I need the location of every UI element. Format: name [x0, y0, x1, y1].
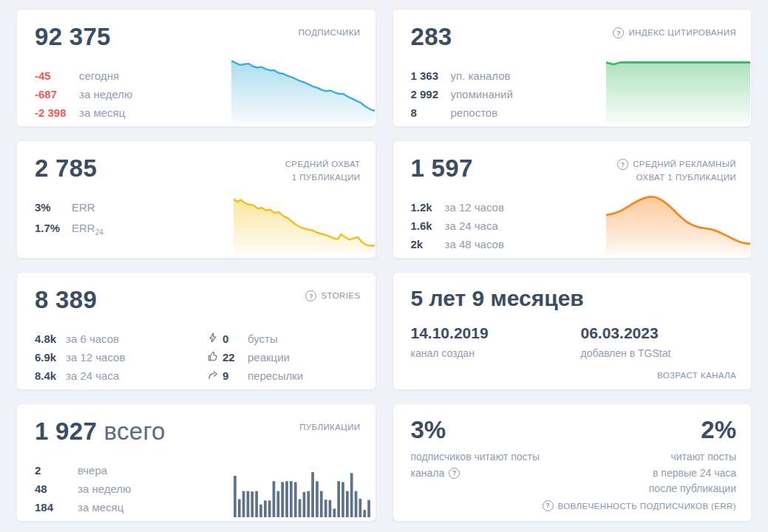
like-icon: [208, 351, 222, 361]
stat-label: ERR24: [72, 222, 103, 236]
stat-value: 8: [411, 106, 451, 119]
help-icon[interactable]: ?: [543, 500, 554, 511]
stat-value: 2 992: [411, 88, 451, 100]
stat-value: 2: [35, 464, 78, 477]
card-channel-age: 5 лет 9 месяцев 14.10.2019 канал создан …: [393, 272, 752, 390]
subscribers-count: 92 375: [35, 23, 111, 51]
stat-row: -45 сегодня: [35, 69, 132, 82]
err-subscribers-value: 3%: [411, 416, 540, 444]
forward-icon: [208, 369, 222, 380]
card-title-label: 1 ПУБЛИКАЦИИ: [292, 171, 361, 185]
channel-created-date: 14.10.2019: [411, 324, 489, 342]
card-average-reach: 2 785 СРЕДНИЙ ОХВАТ 1 ПУБЛИКАЦИИ 3% ERR …: [16, 140, 376, 259]
publications-total-suffix: всего: [104, 417, 166, 445]
publications-bar-chart: [233, 470, 371, 517]
stat-value: -2 398: [35, 106, 79, 119]
card-title-average-reach: СРЕДНИЙ ОХВАТ 1 ПУБЛИКАЦИИ: [285, 158, 361, 185]
err-subscribers-text: подписчиков читают посты канала ?: [411, 449, 540, 481]
stat-row: -2 398 за месяц: [35, 106, 132, 119]
average-reach-stats: 3% ERR 1.7% ERR24: [35, 201, 103, 236]
stat-label: за 48 часов: [445, 238, 504, 250]
help-icon[interactable]: ?: [449, 468, 460, 479]
stat-value: 0: [222, 332, 248, 345]
stat-label: сегодня: [79, 69, 119, 82]
stat-row: -687 за неделю: [35, 88, 132, 100]
citation-stats: 1 363 уп. каналов 2 992 упоминаний 8 реп…: [411, 69, 513, 119]
stat-value: 1.2k: [411, 201, 445, 214]
stat-row: 184 за месяц: [35, 501, 131, 514]
stat-value: 4.8k: [35, 332, 66, 345]
stat-value: 9: [222, 369, 248, 382]
channel-added-date: 06.03.2023: [581, 324, 671, 342]
stat-label: за 24 часа: [445, 219, 498, 232]
card-footer-err: ? ВОВЛЕЧЕННОСТЬ ПОДПИСЧИКОВ (ERR): [543, 500, 736, 511]
stories-stats: 4.8k за 6 часов 6.9k за 12 часов 8.4k за…: [35, 332, 125, 382]
stat-row: 48 за неделю: [35, 482, 131, 495]
stat-value: 1 363: [411, 69, 451, 82]
stat-row: 2 992 упоминаний: [411, 88, 513, 100]
stat-row: 1 363 уп. каналов: [411, 69, 513, 82]
average-ad-reach-value: 1 597: [411, 154, 473, 183]
err-subscribers-block: 3% подписчиков читают посты канала ?: [411, 416, 540, 481]
stat-value: 2k: [411, 238, 445, 250]
stat-row: 1.6k за 24 часа: [411, 219, 504, 232]
card-stories: 8 389 ? STORIES 4.8k за 6 часов 6.9k за …: [16, 272, 376, 390]
channel-created-block: 14.10.2019 канал создан: [411, 324, 489, 359]
stat-label: за 12 часов: [445, 201, 504, 214]
stat-row: 22 реакции: [208, 351, 303, 364]
stat-row: 3% ERR: [35, 201, 103, 216]
help-icon[interactable]: ?: [617, 159, 628, 170]
stat-row: 8.4k за 24 часа: [35, 369, 125, 382]
card-subscribers: 92 375 ПОДПИСЧИКИ -45 сегодня -687 за не…: [16, 9, 376, 127]
average-ad-reach-sparkline-chart: [606, 185, 750, 255]
card-publications: 1 927 всего ПУБЛИКАЦИИ 2 вчера 48 за нед…: [16, 403, 376, 522]
stat-label: вчера: [78, 464, 107, 477]
card-average-ad-reach: 1 597 ? СРЕДНИЙ РЕКЛАМНЫЙ ОХВАТ 1 ПУБЛИК…: [393, 140, 752, 259]
card-title-average-ad-reach: ? СРЕДНИЙ РЕКЛАМНЫЙ ОХВАТ 1 ПУБЛИКАЦИИ: [617, 158, 736, 185]
err-24h-block: 2% читают посты в первые 24 часа после п…: [649, 416, 736, 497]
stat-row: 1.7% ERR24: [35, 222, 103, 236]
card-title-label: ИНДЕКС ЦИТИРОВАНИЯ: [628, 27, 736, 40]
stat-value: 184: [35, 501, 78, 514]
stat-label: за неделю: [79, 88, 132, 100]
card-title-stories: ? STORIES: [305, 290, 360, 303]
stat-value: 1.7%: [35, 222, 72, 234]
stat-row: 4.8k за 6 часов: [35, 332, 125, 345]
stat-value: 8.4k: [35, 369, 66, 382]
publications-total: 1 927 всего: [35, 417, 166, 446]
stories-engagement-stats: 0 бусты 22 реакции 9 пересылки: [208, 332, 303, 382]
channel-added-block: 06.03.2023 добавлен в TGStat: [581, 324, 671, 359]
card-title-subscribers: ПОДПИСЧИКИ: [298, 27, 360, 40]
help-icon[interactable]: ?: [613, 27, 624, 38]
stat-label: репостов: [451, 106, 498, 119]
err-footer-label: ВОВЛЕЧЕННОСТЬ ПОДПИСЧИКОВ (ERR): [558, 502, 736, 511]
stat-value: -687: [35, 88, 79, 100]
stat-label: упоминаний: [451, 88, 513, 100]
channel-added-label: добавлен в TGStat: [581, 347, 671, 359]
card-title-label: СРЕДНИЙ ОХВАТ: [285, 158, 361, 171]
stat-label: за месяц: [79, 106, 125, 119]
stat-label: за неделю: [78, 482, 131, 495]
stat-label: реакции: [248, 351, 290, 364]
card-citation-index: 283 ? ИНДЕКС ЦИТИРОВАНИЯ 1 363 уп. канал…: [393, 9, 752, 127]
stat-label: за 24 часа: [66, 369, 119, 382]
stat-label: за 6 часов: [66, 332, 119, 345]
citation-index-value: 283: [411, 23, 452, 51]
channel-created-label: канал создан: [411, 347, 489, 359]
card-err: 3% подписчиков читают посты канала ? 2% …: [393, 403, 752, 522]
stat-row: 6.9k за 12 часов: [35, 351, 125, 364]
card-title-label: STORIES: [321, 290, 360, 303]
help-icon[interactable]: ?: [305, 290, 316, 301]
stat-value: -45: [35, 69, 79, 82]
publications-stats: 2 вчера 48 за неделю 184 за месяц: [35, 464, 131, 514]
card-footer-channel-age: ВОЗРАСТ КАНАЛА: [657, 371, 736, 380]
card-title-citation-index: ? ИНДЕКС ЦИТИРОВАНИЯ: [613, 27, 736, 40]
subscribers-stats: -45 сегодня -687 за неделю -2 398 за мес…: [35, 69, 132, 119]
stat-value: 6.9k: [35, 351, 66, 364]
stat-label: за месяц: [78, 501, 123, 514]
stat-value: 1.6k: [411, 219, 445, 232]
card-title-label: СРЕДНИЙ РЕКЛАМНЫЙ: [633, 158, 736, 171]
stat-value: 3%: [35, 201, 72, 214]
stat-label: пересылки: [248, 369, 303, 382]
stats-dashboard: 92 375 ПОДПИСЧИКИ -45 сегодня -687 за не…: [0, 0, 768, 532]
